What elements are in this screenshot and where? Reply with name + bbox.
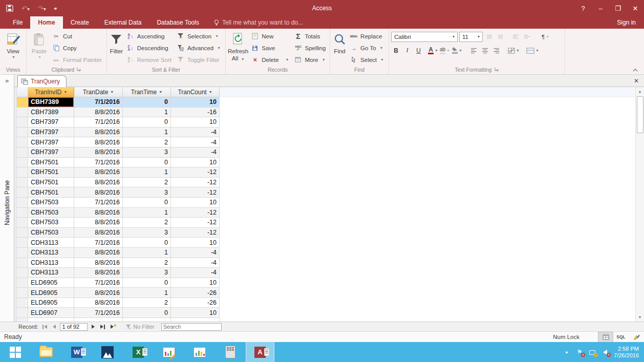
vertical-scrollbar[interactable]: ▲ ▼ (635, 87, 644, 322)
table-cell[interactable]: -4 (171, 248, 220, 258)
bold-button[interactable]: B (391, 46, 401, 56)
column-dropdown-icon[interactable]: ▼ (110, 90, 114, 94)
table-cell[interactable]: CBH7503 (28, 218, 74, 228)
tab-home[interactable]: Home (30, 16, 62, 29)
next-record-button[interactable] (90, 325, 96, 329)
row-selector[interactable] (17, 218, 28, 228)
row-selector[interactable] (17, 288, 28, 298)
row-selector[interactable] (17, 147, 28, 158)
column-header-trantime[interactable]: TranTime▼ (123, 87, 171, 97)
filter-button[interactable]: Filter (109, 30, 124, 54)
clipboard-dialog-launcher[interactable] (77, 67, 81, 72)
row-selector[interactable] (17, 278, 28, 288)
close-document-icon[interactable]: ✕ (629, 77, 644, 84)
table-cell[interactable]: 2 (123, 298, 171, 308)
design-view-button[interactable] (629, 332, 644, 343)
row-selector[interactable] (17, 258, 28, 268)
document-tab-tranquery[interactable]: TranQuery (17, 75, 67, 87)
table-cell[interactable]: 7/1/2016 (74, 278, 123, 288)
volume-icon[interactable]: ✕ (601, 349, 609, 355)
table-cell[interactable]: ELD6905 (28, 298, 74, 308)
table-cell[interactable]: -16 (171, 108, 220, 118)
taskbar-file-explorer[interactable] (31, 342, 61, 362)
background-color-button[interactable]: ▼ (452, 46, 462, 56)
table-cell[interactable]: CDH3113 (28, 248, 74, 258)
paste-button[interactable]: Paste ▼ (29, 30, 50, 59)
table-cell[interactable]: 10 (171, 117, 220, 127)
alternate-row-color-button[interactable]: ▼ (526, 46, 539, 56)
gridlines-button[interactable]: ▼ (508, 46, 520, 56)
table-cell[interactable]: 8/8/2016 (74, 137, 123, 147)
row-selector[interactable] (17, 167, 28, 178)
table-cell[interactable]: CDH3113 (28, 268, 74, 278)
scroll-up-icon[interactable]: ▲ (636, 87, 644, 96)
table-cell[interactable]: 10 (171, 278, 220, 288)
table-cell[interactable]: 8/8/2016 (74, 258, 123, 268)
remove-sort-button[interactable]: AZ↓ Remove Sort (124, 54, 174, 66)
table-cell[interactable]: 3 (123, 268, 171, 278)
selection-button[interactable]: Selection▼ (174, 30, 223, 42)
table-cell[interactable]: 0 (123, 97, 171, 108)
row-selector[interactable] (17, 228, 28, 238)
sign-in-link[interactable]: Sign in (609, 16, 644, 29)
table-cell[interactable]: 1 (123, 288, 171, 298)
increase-indent-button[interactable] (522, 32, 532, 42)
no-filter-button[interactable]: No Filter (125, 324, 155, 330)
table-cell[interactable]: 8/8/2016 (74, 218, 123, 228)
align-left-button[interactable] (469, 46, 479, 56)
table-cell[interactable]: CBH7389 (28, 97, 74, 108)
table-cell[interactable]: ELD6907 (28, 308, 74, 318)
cut-button[interactable]: ✂Cut (50, 30, 104, 42)
table-cell[interactable]: 1 (123, 167, 171, 178)
row-selector[interactable] (17, 187, 28, 198)
row-selector[interactable] (17, 248, 28, 258)
last-record-button[interactable] (99, 325, 106, 329)
table-cell[interactable]: 1 (123, 108, 171, 118)
table-cell[interactable]: CBH7501 (28, 167, 74, 178)
table-cell[interactable]: CBH7389 (28, 108, 74, 118)
column-header-trandate[interactable]: TranDate▼ (74, 87, 123, 97)
table-cell[interactable]: 7/1/2016 (74, 117, 123, 127)
tab-create[interactable]: Create (63, 16, 97, 29)
minimize-button[interactable]: – (592, 0, 609, 16)
taskbar-clock[interactable]: 2:58 PM 7/26/2016 (614, 346, 639, 359)
table-cell[interactable]: 3 (123, 228, 171, 238)
table-cell[interactable]: 3 (123, 147, 171, 158)
table-cell[interactable]: 10 (171, 198, 220, 208)
search-input[interactable] (161, 323, 222, 331)
help-button[interactable]: ? (574, 0, 592, 16)
row-selector[interactable] (17, 108, 28, 118)
taskbar-form-designer[interactable] (154, 342, 184, 362)
scrollbar-thumb[interactable] (637, 96, 643, 133)
scroll-down-icon[interactable]: ▼ (636, 313, 644, 322)
taskbar-excel[interactable]: X (123, 342, 154, 362)
table-cell[interactable]: 7/1/2016 (74, 158, 123, 168)
row-selector[interactable] (17, 298, 28, 308)
refresh-all-button[interactable]: Refresh All ▼ (228, 30, 248, 61)
table-cell[interactable]: -26 (171, 288, 220, 298)
table-cell[interactable]: CBH7397 (28, 137, 74, 147)
table-cell[interactable]: 0 (123, 198, 171, 208)
table-cell[interactable]: CBH7501 (28, 178, 74, 188)
table-cell[interactable]: 7/1/2016 (74, 238, 123, 248)
table-cell[interactable]: ELD6905 (28, 278, 74, 288)
table-cell[interactable]: 2 (123, 218, 171, 228)
row-selector[interactable] (17, 198, 28, 208)
table-cell[interactable]: 8/8/2016 (74, 208, 123, 218)
select-button[interactable]: Select▼ (347, 54, 387, 66)
select-all-corner[interactable] (17, 87, 28, 97)
table-cell[interactable]: 1 (123, 248, 171, 258)
underline-button[interactable]: U (414, 46, 423, 56)
table-cell[interactable]: CBH7397 (28, 127, 74, 138)
column-dropdown-icon[interactable]: ▼ (159, 90, 162, 94)
table-cell[interactable]: 10 (171, 97, 220, 108)
table-cell[interactable]: 7/1/2016 (74, 97, 123, 108)
numbering-button[interactable] (496, 32, 505, 42)
table-cell[interactable]: -12 (171, 167, 220, 178)
table-cell[interactable]: 7/1/2016 (74, 308, 123, 318)
table-cell[interactable]: 8/8/2016 (74, 127, 123, 138)
close-button[interactable]: ✕ (627, 0, 644, 16)
table-cell[interactable]: 8/8/2016 (74, 108, 123, 118)
table-cell[interactable]: 7/1/2016 (74, 198, 123, 208)
table-cell[interactable]: 1 (123, 208, 171, 218)
